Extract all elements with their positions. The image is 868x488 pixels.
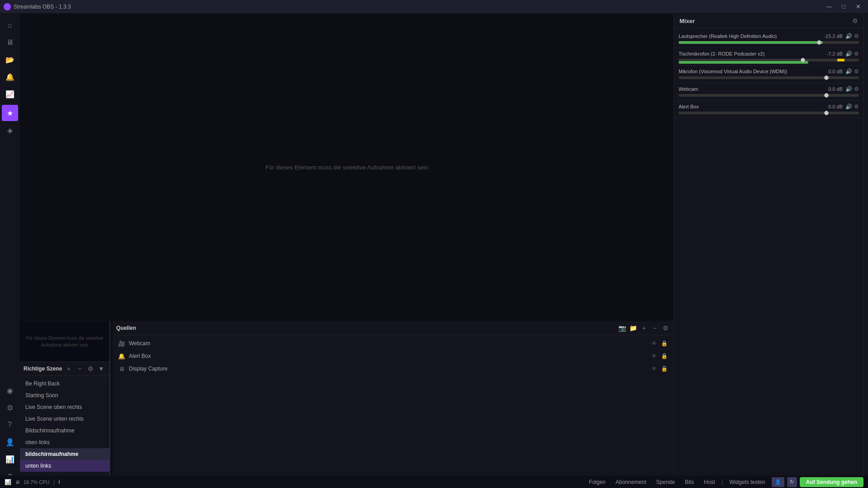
sources-settings-button[interactable]: ⚙ (661, 324, 670, 333)
mixer-channel-5-settings-icon[interactable]: ⚙ (854, 103, 859, 110)
scenes-list: Be Right Back Starting Soon Live Scene o… (20, 376, 109, 488)
sidebar-stats[interactable]: 📈 (2, 86, 18, 102)
mixer-channel-voicemod: Mikrofon (Voicemod Virtual Audio Device … (674, 66, 863, 83)
follow-button[interactable]: Folgen (585, 478, 609, 487)
sidebar-settings[interactable]: ⚙ (2, 399, 18, 416)
sidebar-analytics[interactable]: 📊 (2, 451, 18, 467)
mixer-channel-4-settings-icon[interactable]: ⚙ (854, 86, 859, 92)
sources-camera-button[interactable]: 📷 (618, 324, 627, 333)
mixer-channel-webcam: Webcam 0.0 dB 🔊 ⚙ (674, 83, 863, 101)
mixer-title: Mixer (679, 18, 852, 24)
scene-item[interactable]: oben links (20, 436, 109, 448)
source-webcam-label: Webcam (129, 340, 646, 347)
sidebar-circle[interactable]: ◉ (2, 382, 18, 399)
titlebar-title: Streamlabs OBS - 1.3.3 (14, 4, 71, 10)
scenes-remove-button[interactable]: − (75, 364, 84, 373)
scenes-title: Richtige Szene (24, 366, 62, 372)
preview-area: Für dieses Element muss die selektive Au… (20, 14, 674, 321)
source-displaycapture-eye[interactable]: 👁 (650, 365, 658, 373)
right-sidebar[interactable] (863, 14, 868, 488)
source-displaycapture[interactable]: 🖥 Display Capture 👁 🔒 (113, 362, 674, 375)
source-displaycapture-controls: 👁 🔒 (650, 365, 668, 373)
minimize-button[interactable]: — (823, 2, 835, 11)
scenes-panel: Für dieses Element muss die selektive Au… (20, 321, 110, 488)
mixer-channel-5-db: 0.0 dB (828, 104, 843, 109)
scene-item[interactable]: Starting Soon (20, 389, 109, 401)
mixer-header: Mixer ⚙ (674, 14, 863, 28)
user-avatar[interactable]: 👤 (772, 477, 784, 487)
source-webcam-controls: 👁 🔒 (650, 339, 668, 347)
titlebar-left: Streamlabs OBS - 1.3.3 (4, 3, 71, 10)
test-widgets-button[interactable]: Widgets testen (726, 478, 769, 487)
scenes-header: Richtige Szene + − ⚙ ▼ (20, 362, 109, 376)
host-button[interactable]: Host (700, 478, 719, 487)
mixer-channel-3-settings-icon[interactable]: ⚙ (854, 68, 859, 75)
info-icon[interactable]: ℹ (58, 479, 60, 485)
refresh-button[interactable]: ↻ (787, 477, 797, 487)
sidebar-recent[interactable]: 📂 (2, 52, 18, 68)
cpu-label: 18.7% CPU (24, 479, 49, 485)
scene-item[interactable]: Bildschirmaufnahme (20, 425, 109, 436)
source-alertbox[interactable]: 🔔 Alert Box 👁 🔒 (113, 350, 674, 362)
mixer-gear-icon[interactable]: ⚙ (852, 17, 858, 24)
bits-button[interactable]: Bits (681, 478, 698, 487)
sources-folder-button[interactable]: 📁 (628, 324, 637, 333)
mixer-channel-1-db: -15.2 dB (824, 33, 843, 39)
scene-item[interactable]: Live Scene unten rechts (20, 413, 109, 425)
app: ⌂ 🖥 📂 🔔 📈 ★ ◈ ◉ ⚙ ? 👤 📊 ⚙ Für dieses Ele… (0, 14, 868, 488)
sources-panel: Quellen 📷 📁 + − ⚙ 🎥 Webcam 👁 🔒 (113, 321, 674, 488)
mixer-channel-alertbox: Alert Box 0.0 dB 🔊 ⚙ (674, 101, 863, 118)
statusbar-graph-icon[interactable]: 📊 (5, 479, 11, 485)
mixer-channel-4-speaker-icon[interactable]: 🔊 (845, 86, 852, 92)
mixer-channel-tischmikrofon: Tischmikrofon (2- RODE Podcaster v2) -7.… (674, 48, 863, 66)
scene-item-highlighted[interactable]: unten links (20, 460, 109, 472)
scenes-filter-button[interactable]: ▼ (97, 364, 106, 373)
scene-preview-text: Für dieses Element muss die selektive Au… (20, 331, 109, 352)
source-alertbox-label: Alert Box (129, 353, 646, 359)
sidebar-alerts[interactable]: 🔔 (2, 69, 18, 85)
subscription-button[interactable]: Abonnement (612, 478, 650, 487)
mixer-channel-3-speaker-icon[interactable]: 🔊 (845, 68, 852, 75)
mixer-channel-2-settings-icon[interactable]: ⚙ (854, 51, 859, 57)
maximize-button[interactable]: □ (837, 2, 850, 11)
mixer-channel-1-speaker-icon[interactable]: 🔊 (845, 33, 852, 39)
sidebar-user[interactable]: 👤 (2, 434, 18, 450)
mixer-channel-lautsprecher: Lautsprecher (Realtek High Definition Au… (674, 30, 863, 48)
mixer-channel-3-name: Mikrofon (Voicemod Virtual Audio Device … (679, 69, 828, 74)
go-live-button[interactable]: Auf Sendung gehen (800, 477, 863, 487)
mixer-channel-4-name: Webcam (679, 86, 828, 92)
mixer-channel-1-name: Lautsprecher (Realtek High Definition Au… (679, 33, 824, 39)
scenes-add-button[interactable]: + (64, 364, 73, 373)
source-alertbox-eye[interactable]: 👁 (650, 352, 658, 360)
cpu-icon: 🖥 (15, 479, 20, 485)
mixer-channel-3-db: 0.0 dB (828, 69, 843, 74)
scene-item[interactable]: Be Right Back (20, 378, 109, 389)
scene-item-active[interactable]: bildschirmaufnahme (20, 448, 109, 460)
source-webcam[interactable]: 🎥 Webcam 👁 🔒 (113, 337, 674, 350)
source-displaycapture-lock[interactable]: 🔒 (660, 365, 668, 373)
mixer-channel-2-speaker-icon[interactable]: 🔊 (845, 51, 852, 57)
close-button[interactable]: ✕ (852, 2, 864, 11)
displaycapture-icon: 🖥 (118, 365, 125, 372)
titlebar-controls: — □ ✕ (823, 2, 864, 11)
source-alertbox-controls: 👁 🔒 (650, 352, 668, 360)
sidebar-plugin[interactable]: ◈ (2, 122, 18, 138)
mixer-channel-2-name: Tischmikrofon (2- RODE Podcaster v2) (679, 51, 827, 56)
sidebar-help[interactable]: ? (2, 417, 18, 433)
scenes-settings-button[interactable]: ⚙ (86, 364, 95, 373)
content-area: Für dieses Element muss die selektive Au… (20, 14, 674, 488)
source-webcam-lock[interactable]: 🔒 (660, 339, 668, 347)
mixer-channel-1-settings-icon[interactable]: ⚙ (854, 33, 859, 39)
sources-add-button[interactable]: + (639, 324, 648, 333)
sources-remove-button[interactable]: − (650, 324, 659, 333)
source-webcam-eye[interactable]: 👁 (650, 339, 658, 347)
mixer-channel-4-db: 0.0 dB (828, 86, 843, 92)
sidebar-editor[interactable]: 🖥 (2, 34, 18, 51)
mixer-channel-5-speaker-icon[interactable]: 🔊 (845, 103, 852, 110)
sidebar-highlighted[interactable]: ★ (2, 105, 18, 121)
scene-item[interactable]: Live Scene oben rechts (20, 401, 109, 413)
sidebar-home[interactable]: ⌂ (2, 17, 18, 33)
sources-list: 🎥 Webcam 👁 🔒 🔔 Alert Box 👁 🔒 (113, 335, 674, 488)
source-alertbox-lock[interactable]: 🔒 (660, 352, 668, 360)
donate-button[interactable]: Spende (653, 478, 679, 487)
